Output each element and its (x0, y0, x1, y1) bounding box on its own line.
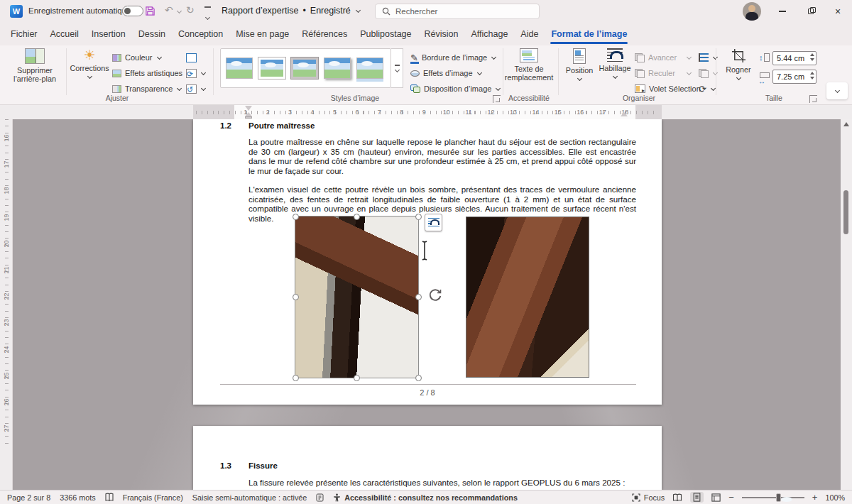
search-input[interactable]: Rechercher (375, 4, 540, 19)
ribbon-tab[interactable]: Dessin (132, 23, 172, 45)
proofing-icon[interactable] (105, 493, 114, 502)
size-dialog-launcher-icon[interactable] (809, 95, 817, 103)
color-button[interactable]: Couleur (112, 50, 163, 65)
style-thumbnail[interactable] (291, 57, 318, 79)
quick-access-overflow-icon[interactable] (203, 6, 212, 22)
left-indent-marker[interactable] (245, 116, 252, 119)
width-spinner[interactable] (810, 72, 814, 80)
picture-layout-button[interactable]: Disposition d’image (410, 82, 501, 96)
style-thumbnail[interactable] (324, 57, 351, 79)
web-layout-icon[interactable] (711, 493, 721, 502)
document-title[interactable]: Rapport d’expertise • Enregistré (222, 6, 361, 16)
zoom-slider[interactable] (742, 493, 804, 502)
section-heading[interactable]: Fissure (248, 461, 278, 470)
focus-button[interactable]: Focus (632, 493, 665, 502)
language-status[interactable]: Français (France) (123, 493, 183, 502)
horizontal-ruler[interactable]: 123456789101112131415161718 (0, 105, 852, 119)
ribbon-tab[interactable]: Révision (418, 23, 465, 45)
accessibility-status[interactable]: Accessibilité : consultez nos recommanda… (333, 493, 518, 502)
section-number[interactable]: 1.2 (220, 121, 231, 130)
height-spinner[interactable] (810, 53, 814, 61)
position-button[interactable]: Position (563, 48, 596, 82)
picture-effects-button[interactable]: Effets d’image (410, 66, 483, 80)
collapse-ribbon-button[interactable] (826, 82, 848, 99)
artistic-effects-button[interactable]: Effets artistiques (112, 66, 192, 80)
minimize-button[interactable] (768, 0, 797, 23)
body-paragraph[interactable]: La poutre maîtresse en chêne sur laquell… (248, 137, 636, 175)
gallery-more-button[interactable] (391, 48, 403, 88)
corrections-button[interactable]: ☀ Corrections (70, 48, 109, 80)
ribbon-tab[interactable]: Fichier (4, 23, 44, 45)
autosave-toggle[interactable] (122, 6, 143, 16)
selection-handle[interactable] (415, 375, 422, 381)
selection-handle[interactable] (293, 294, 299, 300)
styles-dialog-launcher-icon[interactable] (493, 95, 501, 103)
ribbon-tab[interactable]: Insertion (85, 23, 132, 45)
scroll-up-icon[interactable] (843, 122, 849, 126)
alt-text-icon (520, 48, 538, 62)
ribbon-tab[interactable]: Format de l’image (545, 23, 633, 45)
first-line-indent-marker[interactable] (245, 106, 252, 111)
selection-handle[interactable] (354, 214, 360, 220)
style-thumbnail[interactable] (258, 57, 285, 79)
ribbon-tab[interactable]: Affichage (464, 23, 514, 45)
selection-handle[interactable] (415, 214, 422, 220)
close-button[interactable]: × (824, 0, 852, 23)
layout-options-button[interactable] (425, 214, 442, 231)
zoom-slider-thumb[interactable] (776, 493, 781, 502)
vertical-ruler[interactable]: 161718192021222324252627 (0, 119, 13, 490)
remove-background-button[interactable]: Supprimer l’arrière-plan (11, 48, 58, 84)
right-indent-marker[interactable] (621, 112, 628, 116)
selection-handle[interactable] (354, 375, 360, 381)
zoom-out-button[interactable]: − (728, 492, 734, 503)
zoom-in-button[interactable]: + (812, 492, 818, 503)
zoom-level[interactable]: 100% (825, 493, 845, 502)
avatar[interactable] (743, 2, 761, 21)
ribbon-tab[interactable]: Mise en page (229, 23, 295, 45)
ribbon-tab[interactable]: Aide (514, 23, 545, 45)
ruler-number: 15 (547, 105, 569, 119)
document-page[interactable]: 1.3 Fissure La fissure relevée présente … (193, 426, 662, 490)
wrap-text-button[interactable]: Habillage (598, 48, 632, 80)
crop-button[interactable]: Rogner (721, 48, 755, 81)
beam-closeup-photo[interactable] (466, 217, 589, 378)
ribbon-tab[interactable]: Références (295, 23, 354, 45)
reset-picture-button[interactable]: ↺ (186, 82, 207, 96)
undo-icon[interactable]: ↶ (165, 4, 173, 16)
ribbon-tab[interactable]: Accueil (44, 23, 85, 45)
selection-handle[interactable] (293, 214, 299, 220)
bring-forward-button[interactable]: Avancer (635, 50, 692, 65)
rotate-button[interactable]: ⟳ (699, 82, 716, 96)
read-mode-icon[interactable] (672, 493, 682, 502)
autocomplete-status[interactable]: Saisie semi-automatique : activée (192, 493, 307, 502)
compress-picture-button[interactable] (186, 50, 197, 65)
selection-handle[interactable] (293, 375, 299, 381)
accessibility-person-icon (333, 493, 341, 502)
print-layout-icon[interactable] (690, 492, 704, 503)
selected-beam-photo[interactable] (295, 217, 418, 378)
body-paragraph[interactable]: La fissure relevée présente les caractér… (248, 478, 636, 488)
style-thumbnail[interactable] (226, 57, 253, 79)
selection-handle[interactable] (415, 294, 422, 300)
alt-text-button[interactable]: Texte de remplacement (506, 48, 552, 82)
height-field[interactable]: 5.44 cm (772, 51, 816, 65)
restore-button[interactable] (797, 0, 825, 23)
word-count-status[interactable]: 3366 mots (60, 493, 95, 502)
document-page[interactable]: 1.2 Poutre maîtresse La poutre maîtresse… (193, 119, 662, 405)
predictions-icon[interactable] (316, 493, 324, 502)
redo-icon[interactable]: ↻ (186, 4, 195, 16)
section-heading[interactable]: Poutre maîtresse (248, 121, 315, 130)
section-number[interactable]: 1.3 (220, 461, 231, 470)
picture-border-button[interactable]: ✎ Bordure de l’image (410, 50, 497, 65)
width-field[interactable]: 7.25 cm (772, 70, 816, 84)
scrollbar-thumb[interactable] (843, 190, 848, 234)
change-picture-button[interactable]: ⟳ (186, 66, 207, 80)
ribbon-tab[interactable]: Publipostage (354, 23, 417, 45)
undo-chevron-icon[interactable] (177, 9, 182, 13)
save-icon[interactable] (145, 6, 155, 19)
style-thumbnail[interactable] (356, 57, 383, 79)
send-backward-button[interactable]: Reculer (635, 66, 692, 80)
vertical-scrollbar[interactable] (841, 119, 852, 490)
ribbon-tab[interactable]: Conception (172, 23, 229, 45)
page-count-status[interactable]: Page 2 sur 8 (7, 493, 50, 502)
